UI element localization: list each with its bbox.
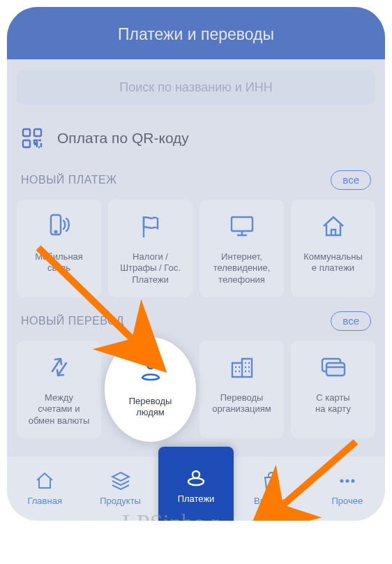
new-transfer-all-button[interactable]: все bbox=[331, 311, 371, 331]
tile-transfer-people[interactable]: Переводы людям bbox=[105, 337, 196, 442]
building-icon bbox=[228, 352, 256, 383]
home-outline-icon bbox=[34, 470, 55, 491]
content-area: Оплата по QR-коду НОВЫЙ ПЛАТЕЖ все Мобил… bbox=[7, 59, 385, 457]
qr-icon bbox=[21, 127, 43, 149]
wallet-icon bbox=[185, 468, 207, 489]
qr-pay-label: Оплата по QR-коду bbox=[57, 130, 189, 147]
exchange-arrows-icon bbox=[45, 352, 73, 383]
svg-rect-10 bbox=[326, 363, 345, 376]
svg-point-8 bbox=[147, 362, 154, 369]
nav-more[interactable]: Прочее bbox=[310, 457, 385, 521]
new-payment-title: НОВЫЙ ПЛАТЕЖ bbox=[21, 174, 116, 186]
svg-point-14 bbox=[345, 479, 349, 482]
tile-label: Интернет, телевидение, телефония bbox=[213, 251, 271, 285]
svg-point-13 bbox=[340, 479, 343, 482]
svg-rect-7 bbox=[232, 217, 252, 231]
tile-label: Коммунальны е платежи bbox=[303, 251, 363, 274]
svg-rect-2 bbox=[23, 129, 30, 136]
tile-between-accounts[interactable]: Между счетами и обмен валюты bbox=[17, 341, 101, 438]
nav-products[interactable]: Продукты bbox=[82, 457, 158, 521]
tile-utilities[interactable]: Коммунальны е платежи bbox=[291, 200, 375, 297]
home-icon bbox=[319, 211, 347, 242]
svg-point-12 bbox=[193, 471, 199, 478]
new-transfer-title: НОВЫЙ ПЕРЕВОД bbox=[21, 315, 124, 327]
flag-icon bbox=[137, 211, 165, 242]
device-frame: LPSinbo.r Платежи и переводы Оплата по Q… bbox=[7, 7, 385, 521]
tile-mobile[interactable]: Мобильная связь bbox=[17, 200, 101, 297]
nav-showcase[interactable]: Витрина bbox=[234, 457, 309, 521]
monitor-icon bbox=[227, 211, 257, 242]
svg-point-11 bbox=[188, 478, 204, 485]
tile-internet[interactable]: Интернет, телевидение, телефония bbox=[199, 200, 284, 297]
new-payment-section: НОВЫЙ ПЛАТЕЖ все Мобильная связь Налоги … bbox=[17, 165, 375, 297]
search-input[interactable] bbox=[17, 70, 375, 105]
cards-icon bbox=[318, 352, 349, 383]
tile-label: Переводы организациям bbox=[212, 392, 271, 415]
dots-icon bbox=[337, 470, 358, 491]
new-transfer-section: НОВЫЙ ПЕРЕВОД все Между счетами и обмен … bbox=[17, 306, 375, 438]
app-header: Платежи и переводы bbox=[7, 7, 385, 59]
svg-point-6 bbox=[54, 231, 56, 233]
layers-icon bbox=[110, 470, 131, 491]
nav-payments[interactable]: Платежи bbox=[158, 447, 234, 521]
phone-signal-icon bbox=[44, 211, 75, 242]
svg-rect-3 bbox=[34, 129, 41, 136]
tile-transfer-org[interactable]: Переводы организациям bbox=[199, 341, 284, 438]
bag-icon bbox=[261, 470, 282, 491]
new-payment-all-button[interactable]: все bbox=[331, 170, 371, 190]
page-title: Платежи и переводы bbox=[118, 25, 274, 43]
nav-label: Продукты bbox=[100, 496, 141, 506]
person-icon bbox=[137, 355, 165, 386]
tile-label: Переводы людям bbox=[129, 396, 172, 419]
tile-label: Между счетами и обмен валюты bbox=[29, 392, 90, 426]
nav-label: Главная bbox=[27, 496, 61, 506]
tile-card-to-card[interactable]: С карты на карту bbox=[291, 341, 375, 438]
bottom-nav: Главная Продукты Платежи Витрина Прочее bbox=[7, 457, 385, 521]
search-row bbox=[17, 59, 375, 117]
tile-label: Мобильная связь bbox=[35, 251, 83, 274]
tile-taxes[interactable]: Налоги / Штрафы / Гос. Платежи bbox=[108, 200, 193, 297]
nav-label: Платежи bbox=[178, 493, 215, 504]
nav-label: Витрина bbox=[254, 496, 289, 506]
qr-pay-row[interactable]: Оплата по QR-коду bbox=[17, 117, 375, 165]
tile-label: Налоги / Штрафы / Гос. Платежи bbox=[120, 251, 181, 285]
tile-label: С карты на карту bbox=[315, 392, 351, 415]
nav-label: Прочее bbox=[331, 496, 363, 506]
svg-point-15 bbox=[351, 479, 354, 482]
svg-rect-4 bbox=[23, 140, 30, 147]
nav-home[interactable]: Главная bbox=[7, 457, 82, 521]
